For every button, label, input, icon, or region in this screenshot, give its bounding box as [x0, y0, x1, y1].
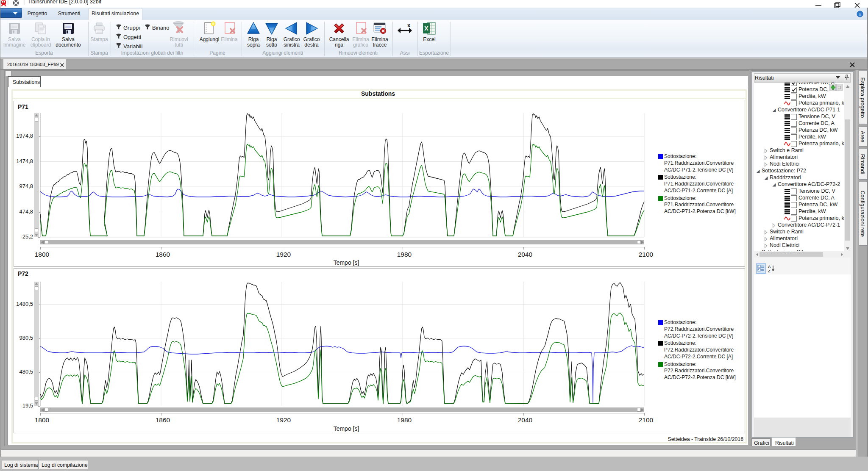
- svg-text:Z: Z: [768, 269, 771, 273]
- svg-text:X: X: [424, 25, 428, 32]
- svg-text:x: x: [407, 22, 411, 28]
- svg-text:i: i: [859, 11, 860, 17]
- svg-text:A: A: [768, 265, 771, 269]
